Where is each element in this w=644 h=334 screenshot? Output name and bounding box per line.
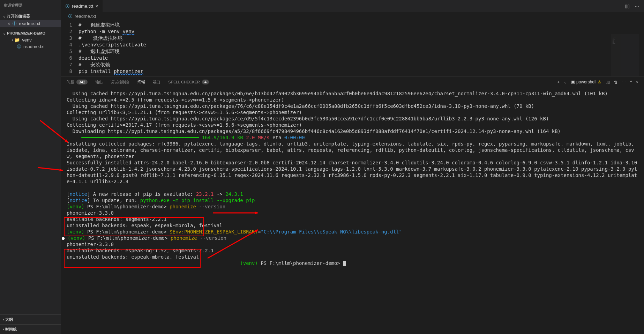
tab-filename: readme.txt — [72, 3, 93, 9]
more-icon[interactable]: ⋯ — [635, 3, 639, 9]
file-name: readme.txt — [23, 44, 45, 49]
powershell-icon: ▣ — [571, 80, 575, 84]
editor[interactable]: 12345678 # 创建虚拟环境python -m venv venv# 激活… — [61, 20, 644, 76]
file-item-readme[interactable]: 🛈 readme.txt — [0, 43, 61, 50]
open-editor-filename: readme.txt — [19, 21, 40, 26]
sidebar: 资源管理器 ⋯ ⌄ 打开的编辑器 × 🛈 readme.txt ⌄ PHONEM… — [0, 0, 61, 334]
trash-icon[interactable]: 🗑 — [614, 80, 618, 84]
terminal-output[interactable]: Using cached https://pypi.tuna.tsinghua.… — [61, 88, 644, 334]
timeline-header[interactable]: › 时间线 — [0, 324, 61, 334]
outline-header[interactable]: › 大纲 — [0, 314, 61, 324]
file-icon: 🛈 — [12, 21, 17, 26]
open-editors-label: 打开的编辑器 — [7, 14, 30, 19]
chevron-up-icon[interactable]: ^ — [630, 80, 632, 84]
file-icon: 🛈 — [65, 3, 70, 9]
minimap[interactable]: ▬▬▬▬▬▬▬▬▬▬▬▬▬▬▬▬▬▬▬▬▬▬▬▬▬▬▬▬▬▬▬▬▬▬▬▬▬ — [611, 34, 639, 76]
breadcrumb[interactable]: 🛈 readme.txt — [61, 12, 644, 20]
tab-bar: 🛈 readme.txt × ▯▯ ⋯ — [61, 0, 644, 12]
spell-badge: 4 — [202, 80, 209, 84]
open-editors-header[interactable]: ⌄ 打开的编辑器 — [0, 12, 61, 20]
tab-readme[interactable]: 🛈 readme.txt × — [61, 0, 103, 12]
chevron-right-icon: › — [3, 318, 4, 321]
chevron-right-icon: › — [3, 327, 4, 331]
tab-debug-console[interactable]: 调试控制台 — [111, 80, 130, 85]
shell-indicator[interactable]: ▣ powershell ⚠ — [571, 80, 601, 84]
close-icon[interactable]: × — [8, 21, 10, 26]
chevron-down-icon: ⌄ — [3, 14, 6, 18]
file-icon: 🛈 — [17, 44, 21, 49]
more-icon[interactable]: ⋯ — [54, 3, 58, 8]
code-area[interactable]: # 创建虚拟环境python -m venv venv# 激活虚拟环境.\ven… — [78, 22, 644, 75]
gutter: 12345678 — [61, 22, 78, 75]
panel-tabs: 问题 342 输出 调试控制台 终端 端口 SPELL CHECKER 4 + … — [61, 76, 644, 88]
problems-badge: 342 — [76, 80, 88, 84]
project-header[interactable]: ⌄ PHONEMIZER-DEMO — [0, 30, 61, 37]
split-terminal-icon[interactable]: ▯▯ — [606, 80, 610, 84]
tab-output[interactable]: 输出 — [95, 80, 103, 85]
folder-item-venv[interactable]: › 📁 venv — [0, 37, 61, 43]
folder-icon: 📁 — [14, 37, 20, 43]
explorer-header: 资源管理器 ⋯ — [0, 0, 61, 11]
project-label: PHONEMIZER-DEMO — [7, 31, 45, 35]
close-icon[interactable]: × — [95, 3, 98, 9]
explorer-title: 资源管理器 — [3, 3, 23, 8]
outline-label: 大纲 — [5, 317, 13, 322]
panel: 问题 342 输出 调试控制台 终端 端口 SPELL CHECKER 4 + … — [61, 76, 644, 334]
open-editor-item[interactable]: × 🛈 readme.txt — [0, 20, 61, 27]
tab-ports[interactable]: 端口 — [153, 80, 160, 85]
warning-icon: ⚠ — [598, 80, 601, 84]
folder-name: venv — [22, 37, 31, 43]
tab-problems[interactable]: 问题 342 — [67, 80, 88, 85]
breadcrumb-filename: readme.txt — [75, 14, 96, 19]
close-panel-icon[interactable]: × — [636, 80, 638, 84]
split-editor-icon[interactable]: ▯▯ — [625, 3, 630, 9]
new-terminal-icon[interactable]: + — [557, 80, 560, 84]
tab-spell-checker[interactable]: SPELL CHECKER 4 — [168, 80, 209, 84]
chevron-right-icon: › — [12, 38, 13, 42]
tab-terminal[interactable]: 终端 — [137, 79, 145, 86]
file-icon: 🛈 — [68, 14, 73, 19]
main: 🛈 readme.txt × ▯▯ ⋯ 🛈 readme.txt 1234567… — [61, 0, 644, 334]
chevron-down-icon[interactable]: ⌄ — [564, 80, 567, 84]
chevron-down-icon: ⌄ — [3, 31, 6, 35]
more-icon[interactable]: ⋯ — [622, 80, 626, 84]
timeline-label: 时间线 — [5, 327, 17, 332]
